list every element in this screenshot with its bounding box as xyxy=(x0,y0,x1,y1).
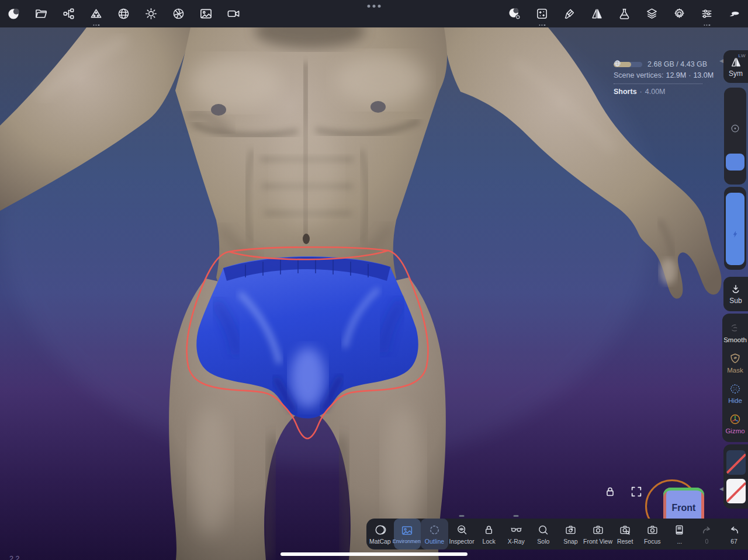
tool-smooth[interactable]: Smooth xyxy=(723,322,747,343)
outline-button[interactable]: Outline xyxy=(421,519,448,549)
ipad-home-indicator[interactable] xyxy=(280,552,468,556)
lab-button[interactable] xyxy=(611,0,638,27)
radius-slider-handle[interactable] xyxy=(726,154,744,171)
material-button[interactable] xyxy=(501,0,528,27)
vertices-label: Scene vertices: xyxy=(614,71,663,79)
image-icon xyxy=(199,7,213,20)
symmetry-toggle-button[interactable]: LW Sym xyxy=(723,50,748,83)
linked-vertices-value: 13.0M xyxy=(693,71,714,79)
drag-handle[interactable] xyxy=(459,515,465,517)
painting-button[interactable] xyxy=(556,0,583,27)
gizmo-icon xyxy=(729,413,742,426)
front-view-button[interactable]: Front View xyxy=(584,519,612,549)
clay-tool-button[interactable] xyxy=(721,0,748,27)
undo-button[interactable]: 67 xyxy=(721,519,748,549)
stamps-button[interactable] xyxy=(528,0,556,27)
color-none-swatch[interactable] xyxy=(726,479,746,503)
more-dots xyxy=(93,25,99,26)
layers-button[interactable] xyxy=(638,0,666,27)
tool-mask[interactable]: Mask xyxy=(727,352,743,374)
clay-icon xyxy=(728,7,741,20)
sliders-icon xyxy=(700,7,714,20)
postprocess-button[interactable] xyxy=(165,0,192,27)
tool-gizmo[interactable]: Gizmo xyxy=(725,413,744,434)
brush-radius-slider[interactable] xyxy=(724,88,746,185)
lighting-button[interactable] xyxy=(137,0,165,27)
tool-mask-label: Mask xyxy=(727,367,743,374)
background-button[interactable] xyxy=(192,0,220,27)
matcap-button[interactable]: MatCap xyxy=(366,519,394,549)
vertices-value: 12.9M xyxy=(666,71,686,79)
inspector-button[interactable]: Inspector xyxy=(448,519,476,549)
topology-button[interactable] xyxy=(110,0,137,27)
settings-button[interactable] xyxy=(666,0,693,27)
gear-icon xyxy=(673,7,686,20)
viewport-3d[interactable]: 2.68 GB / 4.43 GB Scene vertices: 12.9M … xyxy=(0,27,748,560)
mirror-icon xyxy=(590,7,604,20)
solo-button[interactable]: Solo xyxy=(530,519,557,549)
intensity-slider-fill[interactable] xyxy=(726,193,744,265)
paint-brush-icon xyxy=(563,7,576,20)
record-button[interactable] xyxy=(220,0,247,27)
layers-icon xyxy=(645,7,659,20)
selected-object-row[interactable]: Shorts · 4.00M xyxy=(614,88,722,96)
focus-button[interactable]: Focus xyxy=(639,519,666,549)
bottom-toolbar: MatCap Environment Outline Inspector Loc… xyxy=(366,519,748,549)
sun-icon xyxy=(144,7,158,20)
matcap-sphere-gear-icon xyxy=(508,7,521,20)
multires-button[interactable] xyxy=(82,0,110,27)
stamps-icon xyxy=(535,7,549,20)
pyramid-spheres-icon xyxy=(89,7,103,20)
inspector-magnifier-icon xyxy=(456,524,468,536)
navel xyxy=(303,234,310,244)
object-globe-icon xyxy=(614,60,621,67)
padlock-icon xyxy=(483,524,495,536)
files-button[interactable] xyxy=(27,0,55,27)
redo-button[interactable]: 0 xyxy=(693,519,721,549)
sub-tool-button[interactable]: Sub xyxy=(723,277,748,311)
dashed-circle-icon xyxy=(428,524,441,536)
folder-icon xyxy=(34,7,48,20)
interface-button[interactable] xyxy=(693,0,721,27)
environment-button[interactable]: Environment xyxy=(394,519,421,549)
nipple-left xyxy=(211,104,226,116)
brush-intensity-slider[interactable] xyxy=(724,187,746,270)
radius-target-icon xyxy=(729,123,741,134)
top-toolbar-right xyxy=(501,0,748,27)
tool-hide[interactable]: Hide xyxy=(728,382,742,404)
tool-smooth-label: Smooth xyxy=(723,336,747,343)
redo-arrow-icon xyxy=(701,524,713,536)
quick-tools-panel: Smooth Mask Hide Gizmo xyxy=(722,314,748,442)
environment-image-icon xyxy=(401,524,413,537)
lock-button[interactable]: Lock xyxy=(475,519,503,549)
more-dots xyxy=(704,25,710,26)
nomad-logo-icon xyxy=(7,7,20,20)
material-none-swatch[interactable] xyxy=(726,450,746,475)
drag-handle[interactable] xyxy=(514,515,519,517)
top-toolbar-left xyxy=(0,0,247,27)
object-name: Shorts xyxy=(614,88,637,96)
vertices-separator: · xyxy=(688,71,691,79)
app-version: 2.2 xyxy=(9,555,19,560)
sub-arrow-icon xyxy=(730,283,742,295)
node-graph-icon xyxy=(62,7,75,20)
aperture-icon xyxy=(172,7,185,20)
xray-button[interactable]: X-Ray xyxy=(503,519,530,549)
snap-button[interactable]: Snap xyxy=(557,519,584,549)
ipad-multitask-indicator[interactable] xyxy=(368,5,381,8)
tool-hide-label: Hide xyxy=(728,397,742,404)
undo-arrow-icon xyxy=(728,524,740,536)
reset-button[interactable]: Reset xyxy=(611,519,639,549)
object-vertex-count: 4.00M xyxy=(645,88,666,96)
history-button[interactable]: ... xyxy=(666,519,694,549)
symmetry-button[interactable] xyxy=(583,0,611,27)
collapse-chevron-top[interactable]: ◀ xyxy=(719,58,723,64)
none-slash-icon xyxy=(726,482,746,502)
nomad-logo-button[interactable] xyxy=(0,0,27,27)
vertices-row: Scene vertices: 12.9M · 13.0M xyxy=(614,71,722,79)
nomad-sculpt-app: { "app": {"version": "2.2"}, "system": {… xyxy=(0,0,748,560)
sculpt-scene xyxy=(0,27,748,560)
wire-globe-icon xyxy=(117,7,130,20)
scene-graph-button[interactable] xyxy=(55,0,82,27)
object-separator: · xyxy=(640,88,642,96)
